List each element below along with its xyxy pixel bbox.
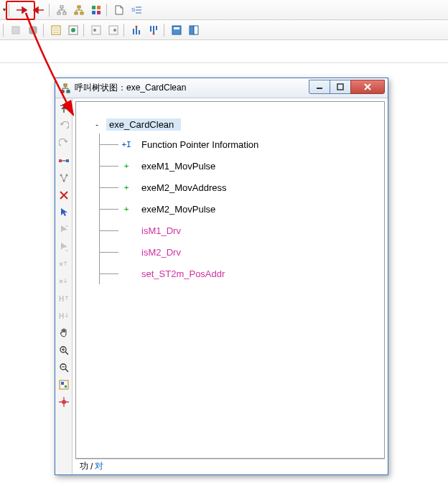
box-dark-icon[interactable] bbox=[25, 22, 41, 38]
svg-point-19 bbox=[113, 29, 116, 32]
svg-point-42 bbox=[62, 400, 66, 404]
maximize-button[interactable] bbox=[330, 80, 351, 94]
dialog-title: 呼叫树状图：exe_CardClean bbox=[75, 82, 309, 94]
blank-area bbox=[0, 40, 448, 63]
zoom-in-button[interactable] bbox=[57, 343, 71, 357]
x-up-button bbox=[57, 257, 71, 271]
vbar-down-icon[interactable] bbox=[146, 22, 162, 38]
hierarchy-b-icon[interactable] bbox=[71, 2, 87, 18]
arrow-up-button bbox=[57, 223, 71, 237]
tree-node[interactable]: +exeM1_MovPulse bbox=[100, 155, 378, 177]
svg-rect-0 bbox=[60, 6, 63, 8]
delete-button[interactable] bbox=[57, 188, 71, 202]
svg-point-20 bbox=[136, 25, 138, 27]
tree-root-node[interactable]: - exe_CardClean bbox=[92, 115, 378, 134]
tree-node-label: exeM2_MovAddress bbox=[141, 182, 227, 193]
box-gray-icon[interactable] bbox=[8, 22, 24, 38]
svg-rect-23 bbox=[174, 27, 179, 29]
tree-node[interactable]: +IFunction Pointer Information bbox=[100, 134, 378, 155]
panel-blue-icon[interactable] bbox=[169, 22, 185, 38]
separator bbox=[83, 23, 86, 37]
minimize-button[interactable] bbox=[309, 80, 330, 94]
status-left: 功 bbox=[80, 460, 88, 472]
svg-rect-40 bbox=[61, 382, 64, 385]
tree-node[interactable]: isM1_Drv bbox=[100, 220, 378, 241]
text-list-icon[interactable]: S bbox=[129, 2, 144, 18]
close-button[interactable] bbox=[350, 80, 385, 94]
x-down-button bbox=[57, 274, 71, 289]
tree-connector bbox=[100, 209, 118, 210]
hand-button[interactable] bbox=[57, 326, 71, 340]
svg-rect-30 bbox=[59, 159, 62, 162]
separator bbox=[106, 3, 109, 17]
auto-layout-button[interactable] bbox=[57, 171, 71, 185]
svg-rect-26 bbox=[64, 84, 67, 86]
dropdown-arrow-icon[interactable]: ▾ bbox=[1, 2, 7, 18]
tree-content[interactable]: - exe_CardClean +IFunction Pointer Infor… bbox=[75, 101, 385, 459]
expand-toggle[interactable]: +I bbox=[121, 140, 131, 149]
tree-node-label: isM1_Drv bbox=[141, 225, 181, 236]
svg-rect-7 bbox=[97, 6, 101, 9]
svg-rect-31 bbox=[66, 159, 69, 162]
svg-rect-24 bbox=[190, 26, 194, 34]
pointer-button[interactable] bbox=[57, 205, 71, 220]
tree-node[interactable]: isM2_Drv bbox=[100, 241, 378, 263]
crosshair-button[interactable] bbox=[57, 395, 71, 409]
expand-toggle[interactable]: + bbox=[121, 205, 131, 214]
list-yellow-icon[interactable] bbox=[48, 22, 64, 38]
svg-rect-1 bbox=[57, 12, 60, 14]
svg-text:S: S bbox=[131, 6, 135, 13]
tree-node-label: Function Pointer Information bbox=[141, 139, 258, 150]
h-down-button: H bbox=[57, 309, 71, 323]
up-exit-button[interactable] bbox=[57, 102, 71, 116]
zoom-out-button[interactable] bbox=[57, 360, 71, 375]
call-in-icon[interactable] bbox=[31, 2, 47, 18]
separator bbox=[43, 23, 46, 37]
svg-point-17 bbox=[93, 29, 96, 32]
main-toolbar-1: ▾ S bbox=[0, 0, 448, 20]
svg-rect-22 bbox=[172, 26, 181, 34]
nav-next-icon[interactable] bbox=[106, 22, 121, 38]
svg-rect-11 bbox=[12, 27, 19, 34]
separator bbox=[123, 23, 126, 37]
svg-point-15 bbox=[71, 28, 75, 32]
record-icon[interactable] bbox=[65, 22, 81, 38]
collapse-toggle[interactable]: - bbox=[92, 120, 102, 129]
call-out-icon[interactable] bbox=[14, 2, 29, 18]
expand-toggle[interactable]: + bbox=[121, 183, 131, 192]
separator bbox=[164, 23, 167, 37]
grid-icon[interactable] bbox=[88, 2, 104, 18]
svg-rect-25 bbox=[194, 26, 198, 34]
tree-node[interactable]: +exeM2_MovAddress bbox=[100, 177, 378, 198]
tree-connector bbox=[100, 187, 118, 188]
tree-node[interactable]: set_ST2m_PosAddr bbox=[100, 263, 378, 284]
nav-prev-icon[interactable] bbox=[88, 22, 104, 38]
svg-rect-6 bbox=[92, 6, 95, 9]
svg-text:H: H bbox=[59, 312, 64, 320]
svg-rect-5 bbox=[80, 12, 83, 14]
redo-button bbox=[57, 136, 71, 151]
tree-connector bbox=[100, 273, 118, 274]
dialog-body: HH - exe_CardClean +IFunction Pointer In… bbox=[55, 98, 388, 474]
expand-toggle[interactable]: + bbox=[121, 162, 131, 171]
dialog-titlebar[interactable]: 呼叫树状图：exe_CardClean bbox=[55, 78, 388, 98]
status-right: 对 bbox=[95, 460, 103, 472]
svg-rect-41 bbox=[65, 385, 67, 388]
overview-button[interactable] bbox=[57, 378, 71, 392]
svg-rect-2 bbox=[63, 12, 66, 14]
tree-node-label: exeM2_MovPulse bbox=[141, 204, 215, 215]
svg-rect-3 bbox=[78, 6, 80, 8]
undo-button bbox=[57, 119, 71, 134]
tree-area: - exe_CardClean +IFunction Pointer Infor… bbox=[73, 98, 388, 474]
document-icon[interactable] bbox=[111, 2, 127, 18]
svg-rect-4 bbox=[75, 12, 78, 14]
tree-node-label: set_ST2m_PosAddr bbox=[141, 268, 225, 279]
svg-rect-12 bbox=[29, 27, 37, 34]
panel-toggle-icon[interactable] bbox=[186, 22, 202, 38]
separator bbox=[9, 3, 11, 17]
hierarchy-a-icon[interactable] bbox=[54, 2, 70, 18]
tree-node[interactable]: +exeM2_MovPulse bbox=[100, 198, 378, 220]
find-pair-button[interactable] bbox=[57, 154, 71, 168]
tree-connector bbox=[100, 166, 118, 167]
vbar-up-icon[interactable] bbox=[129, 22, 144, 38]
